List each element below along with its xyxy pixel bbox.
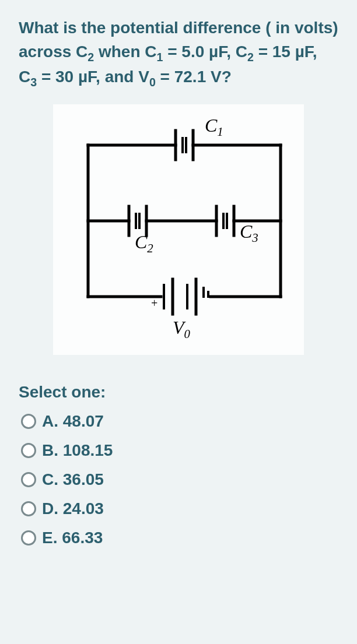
option-d[interactable]: D. 24.03 bbox=[21, 499, 338, 518]
q-sub: 1 bbox=[157, 50, 163, 63]
label-c3: C3 bbox=[240, 221, 258, 245]
radio-icon[interactable] bbox=[21, 472, 36, 487]
question-text: What is the potential difference ( in vo… bbox=[19, 16, 338, 90]
circuit-diagram-container: C1 C2 C3 V0 + bbox=[19, 104, 338, 355]
radio-icon[interactable] bbox=[21, 530, 36, 546]
circuit-diagram: C1 C2 C3 V0 + bbox=[53, 104, 304, 355]
option-b-label: B. 108.15 bbox=[42, 441, 113, 460]
option-e-label: E. 66.33 bbox=[42, 529, 103, 547]
q-sub: 3 bbox=[30, 75, 37, 88]
label-c2-text: C bbox=[135, 231, 147, 252]
option-e[interactable]: E. 66.33 bbox=[21, 529, 338, 547]
label-c3-sub: 3 bbox=[252, 231, 258, 244]
q-sub: 2 bbox=[88, 50, 94, 63]
label-v0: V0 bbox=[173, 317, 190, 341]
q-sub: 2 bbox=[247, 50, 254, 63]
label-c1: C1 bbox=[205, 115, 223, 139]
q-txt: = 5.0 µF, C bbox=[163, 43, 247, 61]
label-c1-text: C bbox=[205, 115, 217, 136]
q-txt: when C bbox=[94, 43, 156, 61]
select-one-prompt: Select one: bbox=[19, 383, 338, 402]
label-c2-sub: 2 bbox=[147, 241, 153, 255]
plus-text: + bbox=[151, 297, 158, 309]
option-d-label: D. 24.03 bbox=[42, 499, 104, 518]
option-a-label: A. 48.07 bbox=[42, 412, 104, 431]
option-c-label: C. 36.05 bbox=[42, 470, 104, 489]
option-b[interactable]: B. 108.15 bbox=[21, 441, 338, 460]
option-c[interactable]: C. 36.05 bbox=[21, 470, 338, 489]
label-c2: C2 bbox=[135, 231, 153, 255]
label-v0-text: V bbox=[173, 317, 184, 338]
q-sub: 0 bbox=[149, 75, 156, 88]
label-c3-text: C bbox=[240, 221, 252, 242]
label-c1-sub: 1 bbox=[217, 125, 223, 138]
radio-icon[interactable] bbox=[21, 443, 36, 458]
radio-icon[interactable] bbox=[21, 414, 36, 429]
q-txt: = 30 µF, and V bbox=[37, 68, 149, 86]
label-plus: + bbox=[151, 297, 158, 310]
q-txt: = 72.1 V? bbox=[156, 68, 232, 86]
label-v0-sub: 0 bbox=[184, 327, 190, 340]
option-a[interactable]: A. 48.07 bbox=[21, 412, 338, 431]
options-list: A. 48.07 B. 108.15 C. 36.05 D. 24.03 E. … bbox=[19, 412, 338, 547]
radio-icon[interactable] bbox=[21, 501, 36, 516]
